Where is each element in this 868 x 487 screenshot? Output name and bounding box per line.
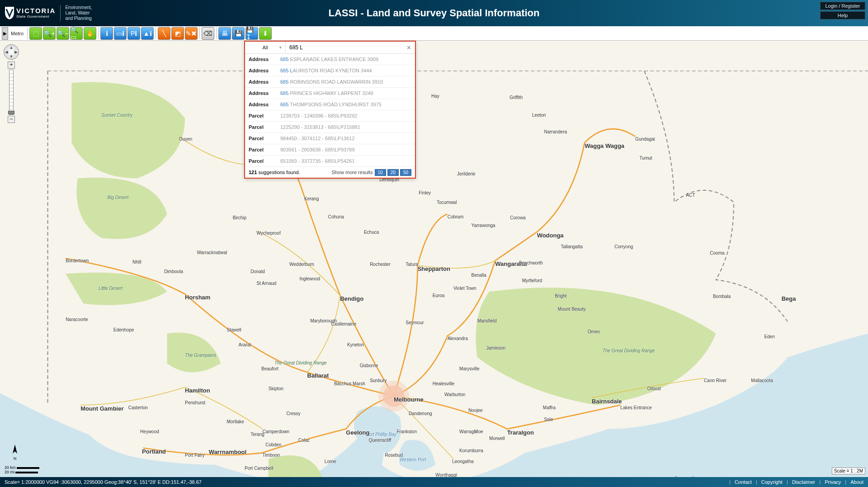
search-clear-button[interactable]: ✕: [406, 44, 411, 51]
side-panel-toggle[interactable]: ▸: [2, 27, 8, 40]
victoria-logo: VICTORIA State Government: [5, 6, 56, 20]
full-extent-button[interactable]: ⬚: [29, 27, 42, 40]
search-result-type: Address: [249, 90, 280, 96]
scale-mi-label: 20 mi: [5, 470, 14, 474]
search-result-type: Address: [249, 68, 280, 73]
search-result-value: 685 ROBINSONS ROAD LANGWARRIN 3910: [280, 79, 411, 85]
search-result-value: 685 LAURISTON ROAD KYNETON 3444: [280, 68, 411, 73]
search-filter-dropdown[interactable]: All: [245, 42, 286, 53]
results-count: 121 suggestions found.: [249, 170, 300, 175]
footer-link-disclaimer[interactable]: Disclaimer: [792, 479, 815, 485]
header-divider: [60, 5, 61, 21]
show-more-label: Show more results: [331, 170, 373, 175]
search-result-type: Parcel: [249, 147, 280, 152]
north-label: N: [14, 456, 17, 461]
search-result-row[interactable]: Address685 ESPLANADE LAKES ENTRANCE 3909: [245, 54, 415, 65]
measure-line-button[interactable]: ╲: [158, 27, 170, 40]
identify-button[interactable]: ℹ: [100, 27, 113, 40]
identify-plan-button[interactable]: Pℹ: [127, 27, 140, 40]
search-result-row[interactable]: Address685 PRINCES HIGHWAY LARPENT 3249: [245, 88, 415, 99]
search-result-row[interactable]: Address685 ROBINSONS ROAD LANGWARRIN 391…: [245, 76, 415, 88]
save-button[interactable]: 💾: [232, 27, 245, 40]
search-result-value: 984450 - 3074112 - 685\LP13612: [280, 136, 411, 141]
search-result-value: 685 PRINCES HIGHWAY LARPENT 3249: [280, 90, 411, 96]
search-input[interactable]: [286, 42, 415, 53]
toolbar-separator: [199, 27, 200, 39]
search-result-row[interactable]: Parcel1239703 - 1240396 - 685\LP93282: [245, 110, 415, 122]
app-title: LASSI - Land and Survey Spatial Informat…: [329, 7, 540, 19]
identify-info-button[interactable]: ▲ℹ: [141, 27, 154, 40]
print-button[interactable]: 🖶: [218, 27, 231, 40]
zoom-out-step-button[interactable]: −: [8, 116, 15, 123]
help-button[interactable]: Help: [820, 11, 865, 19]
search-result-type: Parcel: [249, 136, 280, 141]
page-size-10-button[interactable]: 10: [375, 169, 386, 176]
search-result-value: 685 ESPLANADE LAKES ENTRANCE 3909: [280, 57, 411, 62]
toolbar-separator: [216, 27, 217, 39]
map-viewport[interactable]: Sunset CountryBig DesertLittle DesertThe…: [0, 41, 868, 477]
search-result-value: 685 THOMPSONS ROAD LYNDHURST 3975: [280, 102, 411, 107]
pan-west-button[interactable]: ◀: [5, 50, 8, 54]
page-size-20-button[interactable]: 20: [387, 169, 399, 176]
search-result-row[interactable]: Address685 LAURISTON ROAD KYNETON 3444: [245, 65, 415, 76]
measure-area-button[interactable]: ◩: [171, 27, 184, 40]
pan-east-button[interactable]: ▶: [14, 50, 18, 54]
search-result-value: 1225290 - 3153813 - 685\LP215881: [280, 124, 411, 130]
search-result-value: 903561 - 2803638 - 685\LP93789: [280, 147, 411, 152]
toolbar-separator: [98, 27, 99, 39]
clear-measure-button[interactable]: ✎✖: [185, 27, 198, 40]
pan-north-button[interactable]: ▲: [9, 45, 14, 50]
identify-area-button[interactable]: ▭ℹ: [114, 27, 127, 40]
toolbar-separator: [27, 28, 28, 39]
pan-rose[interactable]: ▲ ▼ ◀ ▶: [4, 44, 19, 60]
toolbar-separator: [156, 27, 156, 39]
search-result-value: 651083 - 3372735 - 685\LP54261: [280, 158, 411, 164]
status-footer: Scale= 1:2000000 VG94 :3063000, 2295000 …: [0, 477, 868, 487]
panel-label: Metro: [9, 31, 25, 36]
search-result-row[interactable]: Parcel651083 - 3372735 - 685\LP54261: [245, 156, 415, 167]
app-header: VICTORIA State Government Environment, L…: [0, 0, 868, 26]
search-result-row[interactable]: Parcel1225290 - 3153813 - 685\LP215881: [245, 122, 415, 133]
zoom-in-button[interactable]: 🔍+: [43, 27, 56, 40]
logo-sub: State Government: [16, 14, 56, 19]
scale-bar: 20 km 20 mi: [5, 465, 40, 474]
search-result-type: Address: [249, 102, 280, 107]
logo-main: VICTORIA: [16, 8, 56, 14]
pan-button[interactable]: ✋: [84, 27, 96, 40]
scale-km-label: 20 km: [5, 465, 16, 470]
zoom-control: ▲ ▼ ◀ ▶ + −: [4, 44, 19, 123]
north-arrow: N: [8, 444, 22, 461]
pan-south-button[interactable]: ▼: [9, 54, 14, 59]
search-result-type: Address: [249, 79, 280, 85]
search-result-type: Parcel: [249, 158, 280, 164]
zoom-slider-track[interactable]: [9, 70, 14, 115]
search-result-row[interactable]: Parcel984450 - 3074112 - 685\LP13612: [245, 133, 415, 144]
footer-link-contact[interactable]: Contact: [735, 479, 752, 485]
login-register-button[interactable]: Login / Register: [820, 2, 865, 10]
map-canvas[interactable]: [0, 41, 868, 477]
footer-link-privacy[interactable]: Privacy: [825, 479, 841, 485]
search-result-type: Parcel: [249, 124, 280, 130]
footer-link-about[interactable]: About: [850, 479, 863, 485]
zoom-out-button[interactable]: 🔍−: [57, 27, 69, 40]
scale-ratio-readout: Scale = 1 : 2M: [832, 468, 865, 474]
zoom-in-step-button[interactable]: +: [8, 61, 15, 69]
search-result-row[interactable]: Parcel903561 - 2803638 - 685\LP93789: [245, 144, 415, 156]
search-result-value: 1239703 - 1240396 - 685\LP93282: [280, 113, 411, 118]
page-size-50-button[interactable]: 50: [400, 169, 411, 176]
erase-button[interactable]: ⌫: [202, 27, 214, 40]
search-panel: All ✕ Address685 ESPLANADE LAKES ENTRANC…: [244, 41, 416, 179]
footer-link-copyright[interactable]: Copyright: [761, 479, 783, 485]
logo-block: VICTORIA State Government Environment, L…: [0, 5, 92, 21]
north-arrow-icon: [12, 444, 18, 455]
zoom-slider-thumb[interactable]: [8, 111, 14, 114]
export-button[interactable]: 💾↧: [245, 27, 258, 40]
toolbar: ▸ Metro ⬚🔍+🔍−🔍▭✋ℹ▭ℹPℹ▲ℹ╲◩✎✖⌫🖶💾💾↧⬇: [0, 26, 868, 41]
vic-shield-icon: [5, 6, 14, 20]
zoom-select-button[interactable]: 🔍▭: [70, 27, 83, 40]
search-result-row[interactable]: Address685 THOMPSONS ROAD LYNDHURST 3975: [245, 99, 415, 110]
coordinate-readout: Scale= 1:2000000 VG94 :3063000, 2295000 …: [5, 479, 202, 485]
download-button[interactable]: ⬇: [259, 27, 272, 40]
search-result-type: Address: [249, 57, 280, 62]
search-result-type: Parcel: [249, 113, 280, 118]
